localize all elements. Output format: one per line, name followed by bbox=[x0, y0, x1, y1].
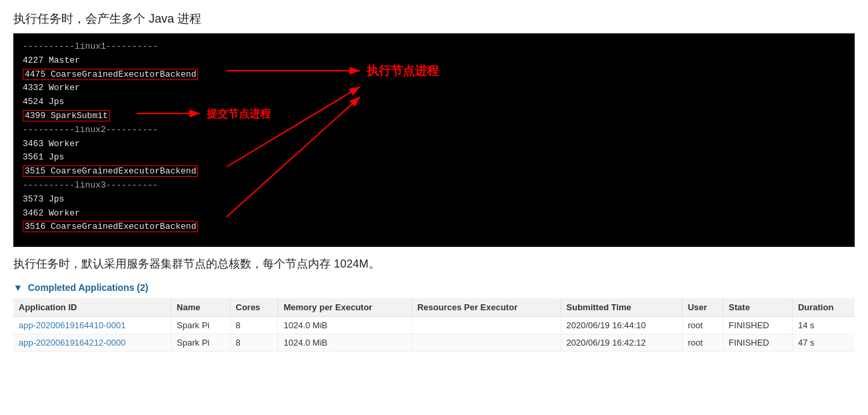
terminal-line: ----------linux3---------- bbox=[23, 179, 845, 193]
cell-name: Spark Pi bbox=[171, 334, 230, 352]
terminal-line: 4332 Worker bbox=[23, 81, 845, 95]
cell-app-id: app-20200619164212-0000 bbox=[13, 334, 171, 352]
col-duration: Duration bbox=[792, 298, 855, 317]
collapse-triangle-icon: ▼ bbox=[13, 282, 23, 293]
terminal-line: ----------linux1---------- bbox=[23, 40, 845, 54]
terminal-line-submit: 4399 SparkSubmit bbox=[23, 109, 845, 123]
terminal-line: 4227 Master bbox=[23, 54, 845, 68]
app-id-link[interactable]: app-20200619164410-0001 bbox=[19, 320, 126, 330]
col-cores: Cores bbox=[230, 298, 278, 317]
terminal-line-executor1: 4475 CoarseGrainedExecutorBackend bbox=[23, 68, 845, 82]
cell-state: FINISHED bbox=[723, 334, 793, 352]
col-user: User bbox=[682, 298, 723, 317]
terminal-line-executor2: 3515 CoarseGrainedExecutorBackend bbox=[23, 165, 845, 179]
col-submitted: Submitted Time bbox=[561, 298, 682, 317]
col-app-id: Application ID bbox=[13, 298, 171, 317]
cell-submitted: 2020/06/19 16:42:12 bbox=[561, 334, 682, 352]
table-body: app-20200619164410-0001Spark Pi81024.0 M… bbox=[13, 317, 855, 352]
col-name: Name bbox=[171, 298, 230, 317]
terminal-line: 3561 Jps bbox=[23, 151, 845, 165]
cell-user: root bbox=[682, 317, 723, 334]
section-title-text: Completed Applications (2) bbox=[28, 282, 149, 293]
cell-memory: 1024.0 MiB bbox=[278, 317, 411, 334]
cell-resources bbox=[411, 317, 561, 334]
cell-cores: 8 bbox=[230, 317, 278, 334]
terminal-line: 3463 Worker bbox=[23, 137, 845, 151]
terminal-line-executor3: 3516 CoarseGrainedExecutorBackend bbox=[23, 220, 845, 234]
cell-submitted: 2020/06/19 16:44:10 bbox=[561, 317, 682, 334]
cell-duration: 47 s bbox=[792, 334, 855, 352]
col-resources: Resources Per Executor bbox=[411, 298, 561, 317]
cell-state: FINISHED bbox=[723, 317, 793, 334]
terminal-line: 3573 Jps bbox=[23, 193, 845, 207]
app-id-link[interactable]: app-20200619164212-0000 bbox=[19, 338, 126, 348]
cell-user: root bbox=[682, 334, 723, 352]
table-header-row: Application ID Name Cores Memory per Exe… bbox=[13, 298, 855, 317]
cell-resources bbox=[411, 334, 561, 352]
cell-memory: 1024.0 MiB bbox=[278, 334, 411, 352]
col-state: State bbox=[723, 298, 793, 317]
terminal-line: ----------linux2---------- bbox=[23, 123, 845, 137]
section-title[interactable]: ▼ Completed Applications (2) bbox=[13, 282, 855, 293]
terminal-line: 3462 Worker bbox=[23, 207, 845, 221]
terminal-line: 4524 Jps bbox=[23, 95, 845, 109]
applications-table: Application ID Name Cores Memory per Exe… bbox=[13, 298, 855, 352]
heading2: 执行任务时，默认采用服务器集群节点的总核数，每个节点内存 1024M。 bbox=[13, 256, 855, 272]
cell-duration: 14 s bbox=[792, 317, 855, 334]
table-row: app-20200619164410-0001Spark Pi81024.0 M… bbox=[13, 317, 855, 334]
col-memory: Memory per Executor bbox=[278, 298, 411, 317]
completed-applications-section: ▼ Completed Applications (2) Application… bbox=[13, 282, 855, 352]
table-header: Application ID Name Cores Memory per Exe… bbox=[13, 298, 855, 317]
table-row: app-20200619164212-0000Spark Pi81024.0 M… bbox=[13, 334, 855, 352]
cell-name: Spark Pi bbox=[171, 317, 230, 334]
terminal-block: ----------linux1---------- 4227 Master 4… bbox=[13, 33, 855, 247]
cell-cores: 8 bbox=[230, 334, 278, 352]
heading1: 执行任务时，会产生多个 Java 进程 bbox=[13, 11, 855, 27]
cell-app-id: app-20200619164410-0001 bbox=[13, 317, 171, 334]
